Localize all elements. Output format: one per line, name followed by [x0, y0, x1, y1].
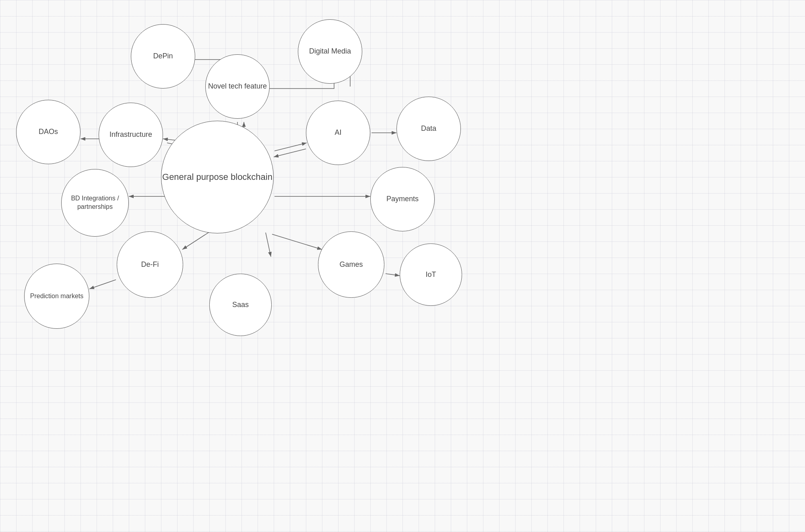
node-prediction-markets[interactable]: Prediction markets [24, 264, 89, 329]
node-center[interactable]: General purpose blockchain [161, 121, 274, 233]
node-daos[interactable]: DAOs [16, 100, 80, 164]
svg-line-8 [274, 149, 306, 157]
svg-line-7 [275, 143, 307, 151]
node-saas[interactable]: Saas [209, 274, 272, 336]
svg-line-14 [89, 280, 116, 289]
diagram-container: General purpose blockchain DePin Digital… [0, 0, 805, 532]
node-games[interactable]: Games [318, 231, 384, 298]
node-infrastructure[interactable]: Infrastructure [99, 103, 163, 167]
svg-line-17 [266, 233, 271, 257]
node-novel-tech[interactable]: Novel tech feature [205, 54, 270, 119]
node-digital-media[interactable]: Digital Media [298, 19, 362, 84]
svg-line-16 [386, 274, 400, 276]
node-depin[interactable]: DePin [131, 24, 195, 89]
node-data[interactable]: Data [396, 97, 461, 161]
node-ai[interactable]: AI [306, 101, 370, 165]
node-defi[interactable]: De-Fi [117, 231, 183, 298]
node-iot[interactable]: IoT [400, 243, 462, 306]
svg-line-15 [272, 234, 322, 250]
node-bd-integrations[interactable]: BD Integrations / partnerships [61, 169, 129, 237]
node-payments[interactable]: Payments [370, 167, 435, 231]
